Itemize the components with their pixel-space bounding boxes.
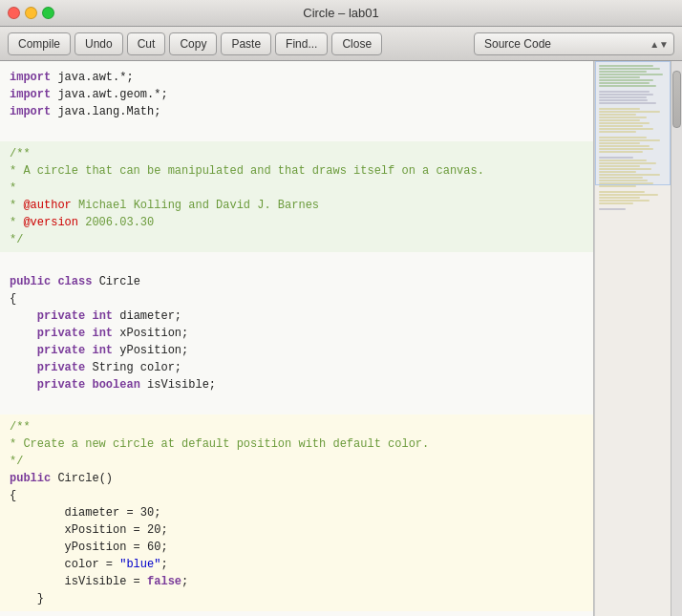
scroll-thumb[interactable] — [672, 71, 681, 128]
find-button[interactable]: Find... — [275, 32, 328, 55]
source-select-wrapper: Source Code Compiled Code Documentation … — [474, 32, 674, 55]
class-comment: /** * A circle that can be manipulated a… — [0, 141, 593, 252]
class-declaration: public class Circle{ — [10, 273, 584, 308]
maximize-window-button[interactable] — [42, 7, 54, 19]
toolbar: Compile Undo Cut Copy Paste Find... Clos… — [0, 27, 682, 61]
close-window-button[interactable] — [8, 7, 20, 19]
close-button[interactable]: Close — [331, 32, 382, 55]
undo-button[interactable]: Undo — [75, 32, 123, 55]
fields: private int diameter; private int xPosit… — [10, 308, 584, 393]
window-controls — [8, 7, 54, 19]
scroll-track[interactable] — [671, 61, 682, 616]
constructor-block: /** * Create a new circle at default pos… — [0, 414, 593, 611]
scrollbar[interactable] — [671, 61, 682, 616]
minimize-window-button[interactable] — [25, 7, 37, 19]
title-bar: Circle – lab01 — [0, 0, 682, 27]
code-editor[interactable]: import java.awt.*;import java.awt.geom.*… — [0, 61, 594, 616]
main-area: import java.awt.*;import java.awt.geom.*… — [0, 61, 682, 616]
compile-button[interactable]: Compile — [8, 32, 71, 55]
imports: import java.awt.*;import java.awt.geom.*… — [10, 69, 584, 120]
window-title: Circle – lab01 — [303, 6, 379, 20]
paste-button[interactable]: Paste — [221, 32, 271, 55]
cut-button[interactable]: Cut — [127, 32, 166, 55]
copy-button[interactable]: Copy — [169, 32, 217, 55]
minimap[interactable] — [594, 61, 671, 616]
source-select[interactable]: Source Code Compiled Code Documentation — [474, 32, 674, 55]
